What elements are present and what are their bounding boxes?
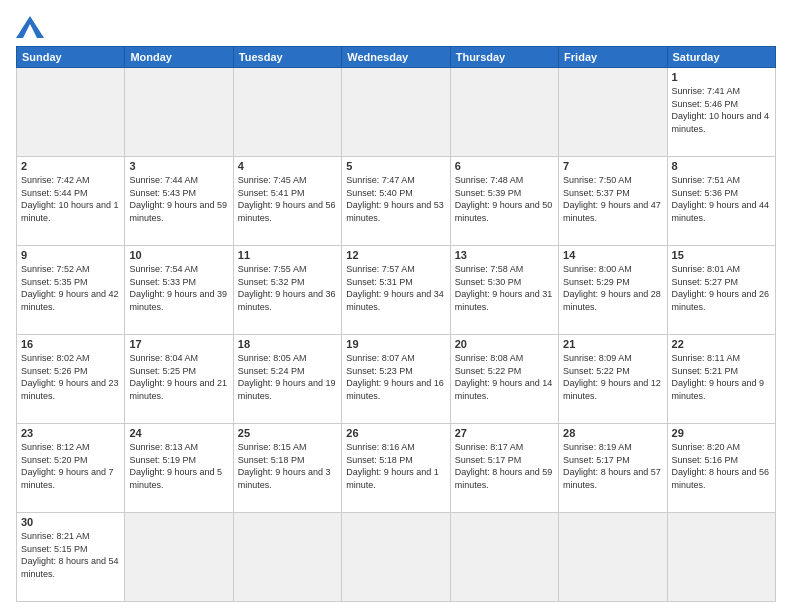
calendar: SundayMondayTuesdayWednesdayThursdayFrid…	[16, 46, 776, 602]
day-info: Sunrise: 8:17 AM Sunset: 5:17 PM Dayligh…	[455, 441, 554, 491]
day-number: 25	[238, 427, 337, 439]
day-number: 28	[563, 427, 662, 439]
day-info: Sunrise: 8:12 AM Sunset: 5:20 PM Dayligh…	[21, 441, 120, 491]
day-number: 2	[21, 160, 120, 172]
calendar-cell	[559, 513, 667, 602]
calendar-cell: 28Sunrise: 8:19 AM Sunset: 5:17 PM Dayli…	[559, 424, 667, 513]
calendar-cell: 22Sunrise: 8:11 AM Sunset: 5:21 PM Dayli…	[667, 335, 775, 424]
day-info: Sunrise: 8:02 AM Sunset: 5:26 PM Dayligh…	[21, 352, 120, 402]
day-number: 5	[346, 160, 445, 172]
day-info: Sunrise: 7:45 AM Sunset: 5:41 PM Dayligh…	[238, 174, 337, 224]
calendar-cell: 24Sunrise: 8:13 AM Sunset: 5:19 PM Dayli…	[125, 424, 233, 513]
day-number: 8	[672, 160, 771, 172]
calendar-header-tuesday: Tuesday	[233, 47, 341, 68]
calendar-cell: 11Sunrise: 7:55 AM Sunset: 5:32 PM Dayli…	[233, 246, 341, 335]
calendar-cell	[125, 513, 233, 602]
logo	[16, 16, 48, 38]
calendar-week-row: 2Sunrise: 7:42 AM Sunset: 5:44 PM Daylig…	[17, 157, 776, 246]
day-info: Sunrise: 8:13 AM Sunset: 5:19 PM Dayligh…	[129, 441, 228, 491]
logo-icon	[16, 16, 44, 38]
day-number: 29	[672, 427, 771, 439]
day-number: 14	[563, 249, 662, 261]
day-number: 16	[21, 338, 120, 350]
calendar-cell	[342, 513, 450, 602]
day-info: Sunrise: 8:01 AM Sunset: 5:27 PM Dayligh…	[672, 263, 771, 313]
calendar-cell: 19Sunrise: 8:07 AM Sunset: 5:23 PM Dayli…	[342, 335, 450, 424]
day-info: Sunrise: 7:51 AM Sunset: 5:36 PM Dayligh…	[672, 174, 771, 224]
day-info: Sunrise: 7:54 AM Sunset: 5:33 PM Dayligh…	[129, 263, 228, 313]
calendar-header-saturday: Saturday	[667, 47, 775, 68]
calendar-cell: 21Sunrise: 8:09 AM Sunset: 5:22 PM Dayli…	[559, 335, 667, 424]
day-number: 15	[672, 249, 771, 261]
calendar-cell	[450, 513, 558, 602]
calendar-cell: 18Sunrise: 8:05 AM Sunset: 5:24 PM Dayli…	[233, 335, 341, 424]
day-info: Sunrise: 8:19 AM Sunset: 5:17 PM Dayligh…	[563, 441, 662, 491]
calendar-cell: 6Sunrise: 7:48 AM Sunset: 5:39 PM Daylig…	[450, 157, 558, 246]
day-number: 19	[346, 338, 445, 350]
day-info: Sunrise: 8:16 AM Sunset: 5:18 PM Dayligh…	[346, 441, 445, 491]
calendar-header-monday: Monday	[125, 47, 233, 68]
day-number: 24	[129, 427, 228, 439]
day-number: 30	[21, 516, 120, 528]
day-info: Sunrise: 8:00 AM Sunset: 5:29 PM Dayligh…	[563, 263, 662, 313]
calendar-cell: 1Sunrise: 7:41 AM Sunset: 5:46 PM Daylig…	[667, 68, 775, 157]
calendar-week-row: 1Sunrise: 7:41 AM Sunset: 5:46 PM Daylig…	[17, 68, 776, 157]
day-number: 3	[129, 160, 228, 172]
day-info: Sunrise: 8:21 AM Sunset: 5:15 PM Dayligh…	[21, 530, 120, 580]
calendar-cell	[233, 68, 341, 157]
calendar-cell: 16Sunrise: 8:02 AM Sunset: 5:26 PM Dayli…	[17, 335, 125, 424]
calendar-header-thursday: Thursday	[450, 47, 558, 68]
calendar-cell	[342, 68, 450, 157]
calendar-cell: 17Sunrise: 8:04 AM Sunset: 5:25 PM Dayli…	[125, 335, 233, 424]
calendar-cell	[17, 68, 125, 157]
calendar-cell: 12Sunrise: 7:57 AM Sunset: 5:31 PM Dayli…	[342, 246, 450, 335]
calendar-cell: 10Sunrise: 7:54 AM Sunset: 5:33 PM Dayli…	[125, 246, 233, 335]
day-info: Sunrise: 7:48 AM Sunset: 5:39 PM Dayligh…	[455, 174, 554, 224]
day-info: Sunrise: 8:11 AM Sunset: 5:21 PM Dayligh…	[672, 352, 771, 402]
calendar-week-row: 30Sunrise: 8:21 AM Sunset: 5:15 PM Dayli…	[17, 513, 776, 602]
day-number: 22	[672, 338, 771, 350]
day-number: 26	[346, 427, 445, 439]
calendar-cell: 8Sunrise: 7:51 AM Sunset: 5:36 PM Daylig…	[667, 157, 775, 246]
day-number: 4	[238, 160, 337, 172]
day-info: Sunrise: 7:41 AM Sunset: 5:46 PM Dayligh…	[672, 85, 771, 135]
calendar-week-row: 9Sunrise: 7:52 AM Sunset: 5:35 PM Daylig…	[17, 246, 776, 335]
calendar-cell	[125, 68, 233, 157]
calendar-header-wednesday: Wednesday	[342, 47, 450, 68]
calendar-cell	[233, 513, 341, 602]
calendar-cell	[559, 68, 667, 157]
day-number: 10	[129, 249, 228, 261]
day-info: Sunrise: 8:15 AM Sunset: 5:18 PM Dayligh…	[238, 441, 337, 491]
day-number: 18	[238, 338, 337, 350]
day-info: Sunrise: 8:07 AM Sunset: 5:23 PM Dayligh…	[346, 352, 445, 402]
calendar-cell: 25Sunrise: 8:15 AM Sunset: 5:18 PM Dayli…	[233, 424, 341, 513]
calendar-cell	[450, 68, 558, 157]
calendar-cell: 29Sunrise: 8:20 AM Sunset: 5:16 PM Dayli…	[667, 424, 775, 513]
header	[16, 16, 776, 38]
day-number: 17	[129, 338, 228, 350]
day-info: Sunrise: 7:47 AM Sunset: 5:40 PM Dayligh…	[346, 174, 445, 224]
calendar-header-row: SundayMondayTuesdayWednesdayThursdayFrid…	[17, 47, 776, 68]
day-number: 12	[346, 249, 445, 261]
day-info: Sunrise: 8:04 AM Sunset: 5:25 PM Dayligh…	[129, 352, 228, 402]
day-info: Sunrise: 8:08 AM Sunset: 5:22 PM Dayligh…	[455, 352, 554, 402]
calendar-cell: 27Sunrise: 8:17 AM Sunset: 5:17 PM Dayli…	[450, 424, 558, 513]
calendar-header-friday: Friday	[559, 47, 667, 68]
calendar-cell	[667, 513, 775, 602]
day-number: 13	[455, 249, 554, 261]
day-info: Sunrise: 7:50 AM Sunset: 5:37 PM Dayligh…	[563, 174, 662, 224]
day-number: 20	[455, 338, 554, 350]
day-info: Sunrise: 8:09 AM Sunset: 5:22 PM Dayligh…	[563, 352, 662, 402]
calendar-week-row: 16Sunrise: 8:02 AM Sunset: 5:26 PM Dayli…	[17, 335, 776, 424]
day-number: 27	[455, 427, 554, 439]
day-info: Sunrise: 8:05 AM Sunset: 5:24 PM Dayligh…	[238, 352, 337, 402]
calendar-week-row: 23Sunrise: 8:12 AM Sunset: 5:20 PM Dayli…	[17, 424, 776, 513]
calendar-header-sunday: Sunday	[17, 47, 125, 68]
calendar-cell: 13Sunrise: 7:58 AM Sunset: 5:30 PM Dayli…	[450, 246, 558, 335]
calendar-cell: 26Sunrise: 8:16 AM Sunset: 5:18 PM Dayli…	[342, 424, 450, 513]
day-info: Sunrise: 7:55 AM Sunset: 5:32 PM Dayligh…	[238, 263, 337, 313]
day-number: 23	[21, 427, 120, 439]
calendar-cell: 14Sunrise: 8:00 AM Sunset: 5:29 PM Dayli…	[559, 246, 667, 335]
calendar-cell: 30Sunrise: 8:21 AM Sunset: 5:15 PM Dayli…	[17, 513, 125, 602]
calendar-cell: 4Sunrise: 7:45 AM Sunset: 5:41 PM Daylig…	[233, 157, 341, 246]
